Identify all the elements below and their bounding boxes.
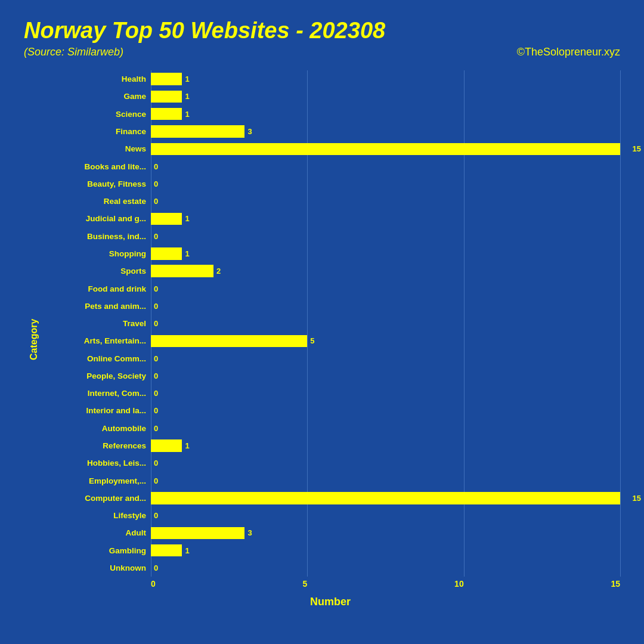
bar-row: Unknown0: [41, 559, 620, 577]
bar-row: Real estate0: [41, 193, 620, 210]
bar-row: Hobbies, Leis...0: [41, 454, 620, 472]
bar-row: Sports2: [41, 262, 620, 280]
bar-container: 0: [151, 370, 620, 382]
bar-container: 0: [151, 457, 620, 469]
bar-row: Shopping1: [41, 245, 620, 262]
bar-value: 0: [154, 162, 158, 171]
grid-line: [620, 70, 621, 577]
bar-row: News15: [41, 140, 620, 157]
bar-value: 0: [154, 564, 158, 572]
bar-value: 0: [154, 371, 158, 380]
bar-value: 2: [216, 267, 221, 275]
bar-row: Health1: [41, 70, 620, 88]
bar-value: 1: [185, 249, 189, 258]
subtitle-row: (Source: Similarweb) ©TheSolopreneur.xyz: [24, 46, 620, 58]
bar-value: 5: [310, 336, 314, 345]
bar-row: Beauty, Fitness0: [41, 175, 620, 193]
chart-inner: Category Health1Game1Science1Finance3New…: [24, 70, 620, 608]
bar-container: 0: [151, 422, 620, 434]
bar-value: 0: [154, 424, 158, 433]
bar-container: 15: [151, 143, 620, 155]
bar-label: Automobile: [41, 424, 151, 433]
bar-value: 1: [185, 110, 189, 119]
bar-fill: [151, 91, 182, 103]
bar-fill: [151, 143, 620, 155]
bar-value: 0: [154, 302, 158, 311]
bar-row: People, Society0: [41, 367, 620, 385]
bar-container: 0: [151, 300, 620, 312]
bar-label: Pets and anim...: [41, 302, 151, 311]
bar-fill: [151, 492, 620, 504]
bar-fill: [151, 247, 182, 259]
bar-fill: [151, 125, 244, 137]
bar-fill: [151, 544, 182, 556]
bar-label: Lifestyle: [41, 511, 151, 520]
bar-label: Interior and la...: [41, 406, 151, 415]
bar-value: 0: [154, 476, 158, 485]
bar-row: Adult3: [41, 524, 620, 541]
bar-label: Sports: [41, 267, 151, 275]
bar-label: Books and lite...: [41, 162, 151, 171]
x-axis-title: Number: [41, 596, 620, 608]
x-axis: 051015: [41, 579, 620, 591]
bar-fill: [151, 439, 182, 451]
bar-value: 0: [154, 232, 158, 241]
bar-label: Adult: [41, 528, 151, 537]
bar-fill: [151, 213, 182, 225]
bar-container: 1: [151, 73, 620, 85]
bar-label: Finance: [41, 127, 151, 136]
bar-row: Game1: [41, 88, 620, 105]
bar-label: Internet, Com...: [41, 389, 151, 398]
bar-container: 3: [151, 125, 620, 137]
bar-label: Computer and...: [41, 494, 151, 503]
bar-row: Arts, Entertain...5: [41, 332, 620, 349]
bar-row: Online Comm...0: [41, 350, 620, 367]
bar-fill: [151, 73, 182, 85]
bar-container: 0: [151, 562, 620, 574]
bar-container: 0: [151, 317, 620, 329]
bar-label: Judicial and g...: [41, 214, 151, 223]
bars-area: Health1Game1Science1Finance3News15Books …: [41, 70, 620, 577]
bar-container: 1: [151, 247, 620, 259]
chart-area: Category Health1Game1Science1Finance3New…: [24, 70, 620, 608]
bar-value: 0: [154, 319, 158, 328]
bar-label: Travel: [41, 319, 151, 328]
bar-row: Lifestyle0: [41, 507, 620, 524]
bar-row: Employment,...0: [41, 472, 620, 489]
bar-value: 1: [185, 441, 189, 450]
bar-fill: [151, 527, 244, 539]
bar-value: 15: [633, 144, 641, 153]
bar-fill: [151, 265, 213, 277]
bar-fill: [151, 335, 307, 347]
bar-container: 0: [151, 405, 620, 417]
bar-value: 1: [185, 546, 189, 555]
bar-row: Travel0: [41, 315, 620, 332]
bar-label: Game: [41, 92, 151, 101]
bar-value: 0: [154, 284, 158, 293]
bar-container: 0: [151, 195, 620, 207]
bar-container: 0: [151, 283, 620, 295]
bar-row: Computer and...15: [41, 490, 620, 507]
bar-value: 0: [154, 179, 158, 188]
bar-row: Pets and anim...0: [41, 298, 620, 315]
x-axis-tick: 5: [303, 579, 308, 591]
chart-subtitle: (Source: Similarweb): [24, 46, 123, 58]
bar-value: 3: [247, 127, 252, 136]
main-container: Norway Top 50 Websites - 202308 (Source:…: [0, 0, 644, 644]
chart-title: Norway Top 50 Websites - 202308: [24, 18, 620, 44]
bar-value: 1: [185, 75, 189, 83]
bar-label: Science: [41, 110, 151, 119]
bar-container: 0: [151, 230, 620, 242]
x-axis-labels: 051015: [41, 579, 620, 591]
bar-container: 1: [151, 108, 620, 120]
bar-container: 5: [151, 335, 620, 347]
bar-label: Real estate: [41, 197, 151, 206]
bar-row: Food and drink0: [41, 280, 620, 297]
bar-container: 15: [151, 492, 620, 504]
bar-label: Food and drink: [41, 284, 151, 293]
bar-container: 0: [151, 387, 620, 399]
bar-value: 0: [154, 354, 158, 363]
bar-container: 3: [151, 527, 620, 539]
bar-value: 0: [154, 406, 158, 415]
bar-row: Gambling1: [41, 542, 620, 559]
